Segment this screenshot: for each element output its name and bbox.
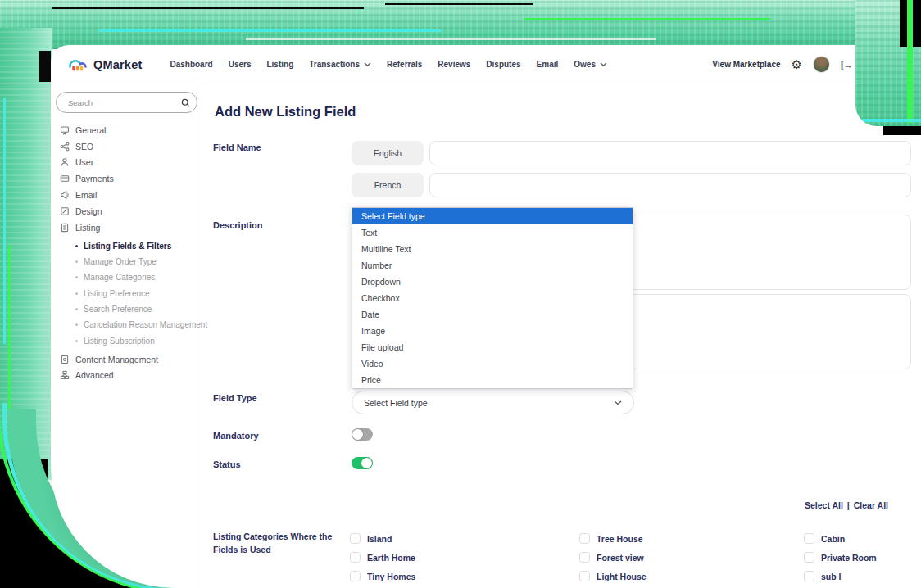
field-type-select[interactable]: Select Field type <box>352 391 634 414</box>
top-navbar: QMarket Dashboard Users Listing Transact… <box>51 45 921 84</box>
sidebar-item-manage-order-type[interactable]: Manage Order Type <box>51 254 202 269</box>
glitch-black-block <box>883 126 921 135</box>
category-checkbox-tree-house[interactable]: Tree House <box>579 533 643 544</box>
nav-item-listing[interactable]: Listing <box>266 60 293 69</box>
field-name-english-input[interactable] <box>429 141 911 165</box>
checkbox-icon[interactable] <box>579 533 590 544</box>
category-checkbox-forest-view[interactable]: Forest view <box>579 552 644 563</box>
sidebar-item-listing-preference[interactable]: Listing Preference <box>51 285 202 301</box>
qmarket-logo[interactable]: QMarket <box>67 57 142 72</box>
content-icon <box>60 355 70 364</box>
dropdown-option-dropdown[interactable]: Dropdown <box>352 274 633 290</box>
dropdown-option-image[interactable]: Image <box>352 323 633 339</box>
glitch-green-stripe <box>907 0 913 123</box>
glitch-sliver <box>39 51 51 82</box>
toggle-knob <box>352 429 363 440</box>
seo-icon <box>60 142 70 152</box>
dropdown-option-number[interactable]: Number <box>352 257 633 274</box>
english-tab-button[interactable]: English <box>352 141 424 165</box>
app-window: QMarket Dashboard Users Listing Transact… <box>51 45 921 588</box>
clear-all-link[interactable]: Clear All <box>854 500 888 510</box>
field-type-dropdown-menu: Select Field type Text Multiline Text Nu… <box>352 207 633 389</box>
checkbox-icon[interactable] <box>804 533 814 544</box>
checkbox-icon[interactable] <box>350 533 361 544</box>
nav-item-reviews[interactable]: Reviews <box>438 60 470 69</box>
checkbox-icon[interactable] <box>804 552 814 563</box>
add-listing-field-form: Add New Listing Field Field Name English… <box>202 84 921 588</box>
field-name-label: Field Name <box>213 142 261 152</box>
dropdown-option-video[interactable]: Video <box>352 355 633 372</box>
sidebar-item-listing[interactable]: Listing <box>51 219 202 236</box>
status-toggle[interactable] <box>352 457 373 469</box>
nav-links: Dashboard Users Listing Transactions Ref… <box>170 60 607 69</box>
sidebar-item-email[interactable]: Email <box>51 187 202 203</box>
nav-item-referrals[interactable]: Referrals <box>387 60 422 69</box>
glitch-sliver <box>52 7 364 9</box>
category-checkbox-cabin[interactable]: Cabin <box>804 533 845 544</box>
checkbox-icon[interactable] <box>579 552 590 563</box>
checkbox-icon[interactable] <box>350 571 361 581</box>
category-checkbox-private-room[interactable]: Private Room <box>804 552 877 563</box>
view-marketplace-link[interactable]: View Marketplace <box>712 60 780 69</box>
glitch-sliver <box>524 18 770 20</box>
dropdown-option-price[interactable]: Price <box>352 372 633 388</box>
settings-gear-icon[interactable]: ⚙ <box>792 58 802 70</box>
dropdown-option-text[interactable]: Text <box>352 224 633 241</box>
user-avatar[interactable] <box>813 56 830 73</box>
glitch-top-right-corner <box>855 0 921 126</box>
sidebar-item-cancelation-reason-management[interactable]: Cancelation Reason Management <box>51 317 202 332</box>
nav-item-users[interactable]: Users <box>229 60 252 69</box>
glitch-cyan-stripe <box>855 119 921 122</box>
mandatory-toggle[interactable] <box>352 428 373 441</box>
sidebar-item-listing-fields-filters[interactable]: Listing Fields & Filters <box>51 238 202 254</box>
category-checkbox-island[interactable]: Island <box>350 533 392 544</box>
search-icon <box>181 98 190 107</box>
category-checkbox-tiny-homes[interactable]: Tiny Homes <box>350 571 415 581</box>
field-type-label: Field Type <box>213 393 257 403</box>
nav-item-transactions[interactable]: Transactions <box>309 60 371 69</box>
logout-icon[interactable]: [→ <box>841 59 852 70</box>
category-checkbox-light-house[interactable]: Light House <box>579 571 647 581</box>
nav-item-disputes[interactable]: Disputes <box>486 60 520 69</box>
sidebar-item-payments[interactable]: Payments <box>51 170 202 187</box>
nav-item-owes[interactable]: Owes <box>574 60 607 69</box>
dropdown-option-date[interactable]: Date <box>352 306 633 323</box>
sidebar-item-user[interactable]: User <box>51 155 202 171</box>
sidebar-item-design[interactable]: Design <box>51 203 202 219</box>
sidebar-item-manage-categories[interactable]: Manage Categories <box>51 269 202 285</box>
checkbox-icon[interactable] <box>350 552 361 563</box>
checkbox-icon[interactable] <box>804 571 814 581</box>
sidebar-item-advanced[interactable]: Advanced <box>51 367 202 383</box>
dropdown-option-multiline-text[interactable]: Multiline Text <box>352 241 633 257</box>
search-input[interactable] <box>66 97 168 108</box>
modules-icon <box>60 370 70 380</box>
field-name-french-input[interactable] <box>429 173 911 197</box>
design-icon <box>60 206 70 216</box>
checkbox-icon[interactable] <box>579 571 590 581</box>
category-checkbox-sub-l[interactable]: sub l <box>804 571 842 581</box>
card-icon <box>60 174 70 183</box>
chevron-down-icon <box>614 400 622 405</box>
nav-item-dashboard[interactable]: Dashboard <box>170 60 212 69</box>
sidebar-search[interactable] <box>56 92 197 113</box>
sidebar-item-listing-subscription[interactable]: Listing Subscription <box>51 332 202 348</box>
mandatory-label: Mandatory <box>213 431 259 441</box>
dropdown-option-file-upload[interactable]: File upload <box>352 339 633 355</box>
french-tab-button[interactable]: French <box>352 173 424 197</box>
chevron-down-icon <box>600 62 607 67</box>
settings-sidebar: General SEO User Payments Email Design <box>51 84 202 588</box>
bulk-select-links: Select All | Clear All <box>805 500 888 510</box>
dropdown-option-checkbox[interactable]: Checkbox <box>352 290 633 306</box>
sidebar-item-content-management[interactable]: Content Management <box>51 351 202 368</box>
category-checkbox-earth-home[interactable]: Earth Home <box>350 552 415 563</box>
categories-label: Listing Categories Where the Fields is U… <box>213 531 344 556</box>
dropdown-option-select-field-type[interactable]: Select Field type <box>352 208 633 224</box>
select-all-link[interactable]: Select All <box>805 500 843 510</box>
sidebar-item-search-preference[interactable]: Search Preference <box>51 301 202 317</box>
sidebar-item-general[interactable]: General <box>51 122 202 138</box>
nav-item-email[interactable]: Email <box>537 60 559 69</box>
qmarket-cloud-icon <box>67 57 88 72</box>
glitch-sliver <box>98 29 442 32</box>
sidebar-item-seo[interactable]: SEO <box>51 138 202 155</box>
description-label: Description <box>213 220 263 230</box>
